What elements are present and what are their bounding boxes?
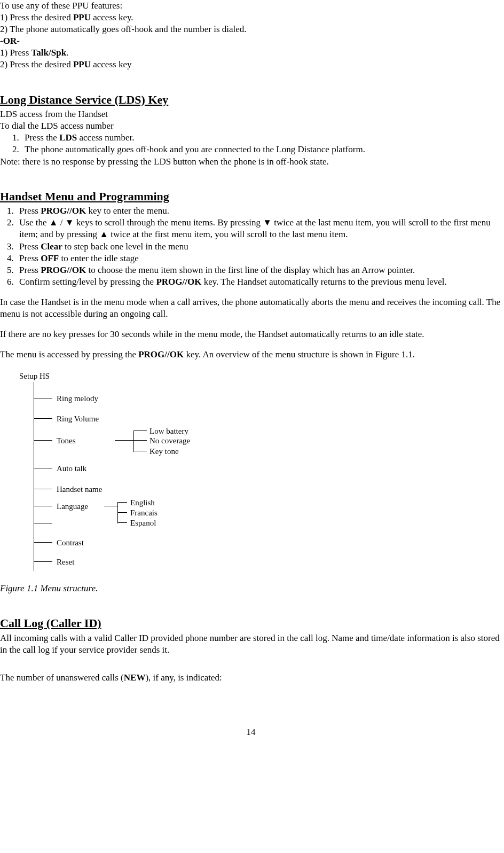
figure-caption: Figure 1.1 Menu structure. [0,583,502,594]
text: key. The Handset automatically returns t… [201,277,446,287]
menu-para3: The menu is accessed by pressing the PRO… [0,349,502,361]
progok-bold: PROG//OK [41,206,86,216]
menu-list: Press PROG//OK key to enter the menu. Us… [0,205,502,288]
progok-bold: PROG//OK [156,277,201,287]
text: The menu is accessed by pressing the [0,349,138,359]
text: The number of unanswered calls ( [0,672,124,683]
tree-tones-no: No coverage [149,436,190,447]
text: . [66,48,68,58]
ppu-step1: 1) Press the desired PPU access key. [0,12,502,24]
ppu-step2: 2) The phone automatically goes off-hook… [0,24,502,35]
list-item: Press the LDS access number. [21,132,502,144]
tree-item-contrast: Contrast [57,538,84,549]
list-item: The phone automatically goes off-hook an… [21,144,502,155]
text: key to enter the menu. [86,206,169,216]
tree-lang-en: English [130,498,155,508]
list-item: Confirm setting/level by pressing the PR… [16,276,502,288]
ppu-bold: PPU [73,59,91,69]
progok-bold: PROG//OK [41,265,86,275]
text: access key [91,59,131,69]
text: to choose the menu item shown in the fir… [86,265,415,275]
lds-list: Press the LDS access number. The phone a… [0,132,502,155]
text: to enter the idle stage [59,253,139,263]
lds-note: Note: there is no response by pressing t… [0,156,502,168]
tree-item-auto-talk: Auto talk [57,464,86,474]
text: Press [19,241,41,252]
tree-item-language: Language [57,502,88,512]
tree-lang-fr: Francais [130,508,158,519]
ppu-section: To use any of these PPU features: 1) Pre… [0,0,502,71]
lds-bold: LDS [59,132,77,143]
ppu-or: -OR- [0,35,502,47]
list-item: Press PROG//OK key to enter the menu. [16,205,502,217]
tree-item-ring-melody: Ring melody [57,394,98,404]
tree-tones-low: Low battery [149,426,188,437]
off-bold: OFF [41,253,59,263]
text: to step back one level in the menu [62,241,188,252]
text: ), if any, is indicated: [145,672,222,683]
text: Press [19,253,41,263]
tree-tones-key: Key tone [149,447,179,457]
text: access key. [91,12,133,22]
text: Confirm setting/level by pressing the [19,277,156,287]
text: Press [19,265,41,275]
text: access number. [77,132,134,143]
list-item: Press PROG//OK to choose the menu item s… [16,264,502,276]
ppu-bold: PPU [73,12,91,22]
page-number: 14 [0,726,502,738]
menu-title: Handset Menu and Programming [0,189,502,205]
progok-bold: PROG//OK [138,349,184,359]
new-bold: NEW [124,672,146,683]
text: key. An overview of the menu structure i… [184,349,415,359]
lds-sub1: LDS access from the Handset [0,108,502,120]
ppu-alt2: 2) Press the desired PPU access key [0,59,502,71]
list-item: Press Clear to step back one level in th… [16,241,502,253]
tree-lang-es: Espanol [130,518,156,529]
clear-bold: Clear [41,241,62,252]
text: 2) Press the desired [0,59,73,69]
tree-item-ring-volume: Ring Volume [57,414,99,425]
tree-item-tones: Tones [57,436,76,447]
text: Press [19,206,41,216]
tree-item-handset-name: Handset name [57,484,102,495]
tree-item-reset: Reset [57,557,74,568]
menu-para1: In case the Handset is in the menu mode … [0,296,502,320]
lds-sub2: To dial the LDS access number [0,120,502,132]
ppu-intro: To use any of these PPU features: [0,0,502,12]
tree-root: Setup HS [19,371,50,382]
menu-para2: If there are no key presses for 30 secon… [0,328,502,340]
lds-title: Long Distance Service (LDS) Key [0,92,502,108]
text: 1) Press [0,48,32,58]
menu-tree-figure: Setup HS Ring melody Ring Volume Tones L… [0,370,502,578]
calllog-p2: The number of unanswered calls (NEW), if… [0,672,502,684]
calllog-p1: All incoming calls with a valid Caller I… [0,632,502,656]
list-item: Use the ▲ / ▼ keys to scroll through the… [16,217,502,240]
ppu-alt1: 1) Press Talk/Spk. [0,47,502,59]
text: 1) Press the desired [0,12,73,22]
talk-spk-bold: Talk/Spk [32,48,67,58]
text: Press the [25,132,59,143]
list-item: Press OFF to enter the idle stage [16,253,502,264]
calllog-title: Call Log (Caller ID) [0,616,502,631]
